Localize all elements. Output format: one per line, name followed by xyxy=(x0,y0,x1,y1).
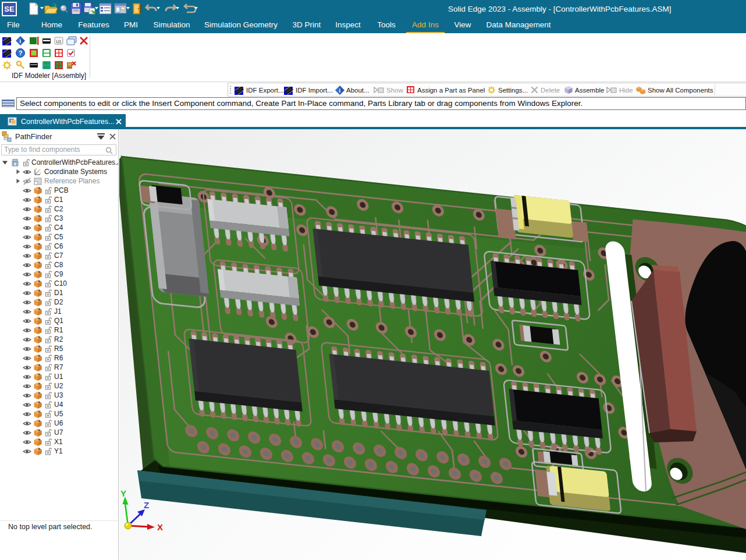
svg-text:i: i xyxy=(339,87,341,93)
svg-text:X: X xyxy=(157,522,163,532)
svg-text:Z: Z xyxy=(144,500,149,510)
svg-text:Y: Y xyxy=(120,488,126,498)
svg-text:?: ? xyxy=(19,49,23,56)
svg-text:z: z xyxy=(35,168,37,171)
svg-text:i: i xyxy=(20,38,22,44)
svg-text:x: x xyxy=(40,171,41,175)
svg-text:U1: U1 xyxy=(56,40,62,44)
